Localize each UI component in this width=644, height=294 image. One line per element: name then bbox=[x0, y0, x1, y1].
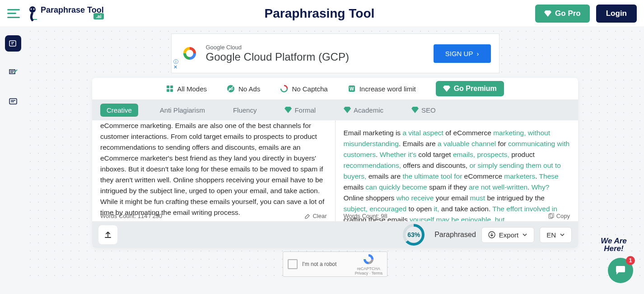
tab-formal[interactable]: Formal bbox=[278, 104, 322, 117]
output-pane: Email marketing is a vital aspect of eCo… bbox=[336, 120, 579, 221]
premium-features-row: All Modes ADNo Ads No Captcha WIncrease … bbox=[92, 78, 578, 100]
svg-rect-5 bbox=[167, 85, 169, 88]
download-icon bbox=[488, 231, 495, 238]
copy-icon bbox=[548, 213, 554, 219]
recaptcha-icon bbox=[362, 253, 375, 266]
captcha-checkbox[interactable] bbox=[288, 259, 298, 269]
hamburger-icon[interactable] bbox=[7, 9, 20, 18]
chevron-down-icon bbox=[522, 232, 527, 237]
paraphrase-percent: 63% bbox=[403, 224, 425, 246]
tab-seo[interactable]: SEO bbox=[405, 104, 442, 117]
feature-word-limit: WIncrease word limit bbox=[348, 85, 416, 93]
refresh-icon bbox=[280, 85, 288, 93]
tab-academic[interactable]: Academic bbox=[337, 104, 390, 117]
svg-point-0 bbox=[29, 6, 36, 13]
svg-rect-6 bbox=[170, 85, 173, 88]
feature-no-captcha: No Captcha bbox=[280, 85, 327, 93]
tab-fluency[interactable]: Fluency bbox=[227, 104, 263, 117]
svg-text:W: W bbox=[350, 86, 354, 91]
no-ads-icon: AD bbox=[227, 85, 235, 93]
tab-anti-plagiarism[interactable]: Anti Plagiarism bbox=[154, 104, 211, 117]
copy-button[interactable]: Copy bbox=[548, 213, 570, 219]
help-text: We Are Here! bbox=[594, 237, 633, 252]
output-text: Email marketing is a vital aspect of eCo… bbox=[344, 120, 570, 221]
svg-point-1 bbox=[31, 8, 32, 9]
svg-rect-3 bbox=[9, 41, 16, 46]
captcha-label: I'm not a robot bbox=[302, 261, 336, 267]
editor-panes: eCommerce marketing. Emails are also one… bbox=[92, 120, 578, 222]
google-cloud-icon bbox=[180, 43, 200, 63]
sidebar bbox=[0, 27, 26, 277]
upload-icon bbox=[103, 230, 112, 239]
chat-icon bbox=[614, 264, 627, 277]
input-pane[interactable]: eCommerce marketing. Emails are also one… bbox=[92, 120, 336, 221]
svg-rect-8 bbox=[170, 89, 173, 92]
page-title: Paraphrasing Tool bbox=[104, 6, 535, 21]
feature-no-ads: ADNo Ads bbox=[227, 85, 260, 93]
recaptcha[interactable]: I'm not a robot reCAPTCHA Privacy · Term… bbox=[283, 251, 387, 277]
ad-info-icon[interactable]: ⓘ bbox=[173, 59, 178, 64]
word-limit-icon: W bbox=[348, 85, 356, 93]
tab-creative[interactable]: Creative bbox=[100, 104, 138, 117]
chevron-down-icon bbox=[560, 232, 565, 237]
input-word-count: Words Count: 114 / 250 bbox=[100, 213, 162, 219]
main-content: Google Cloud Google Cloud Platform (GCP)… bbox=[26, 27, 644, 277]
mode-tabs: Creative Anti Plagiarism Fluency Formal … bbox=[92, 100, 578, 120]
svg-point-2 bbox=[33, 8, 35, 9]
clear-button[interactable]: Clear bbox=[304, 213, 327, 219]
paraphrased-label: Paraphrased bbox=[434, 231, 476, 239]
tool-card: All Modes ADNo Ads No Captcha WIncrease … bbox=[92, 78, 578, 248]
ad-close-icon[interactable]: ✕ bbox=[173, 65, 177, 70]
logo-text: Paraphrase Tool bbox=[41, 6, 104, 14]
ad-subtitle: Google Cloud bbox=[206, 44, 434, 51]
go-premium-button[interactable]: Go Premium bbox=[436, 81, 504, 96]
svg-rect-4 bbox=[9, 99, 17, 104]
upload-button[interactable] bbox=[98, 225, 117, 244]
sidebar-item-grammar[interactable] bbox=[5, 64, 21, 81]
ad-signup-button[interactable]: SIGN UP › bbox=[434, 44, 491, 63]
diamond-icon bbox=[411, 107, 419, 113]
output-word-count: Words Count: 98 bbox=[344, 213, 387, 219]
sidebar-item-paraphrase[interactable] bbox=[5, 35, 21, 52]
feature-all-modes: All Modes bbox=[166, 85, 207, 93]
diamond-icon bbox=[344, 107, 351, 113]
logo[interactable]: Paraphrase Tool .ai bbox=[26, 6, 104, 21]
svg-rect-7 bbox=[167, 89, 169, 92]
export-button[interactable]: Export bbox=[481, 227, 534, 243]
help-widget: We Are Here! 1 bbox=[608, 258, 633, 283]
login-button[interactable]: Login bbox=[596, 5, 637, 23]
header: Paraphrase Tool .ai Paraphrasing Tool Go… bbox=[0, 0, 644, 27]
notification-badge: 1 bbox=[626, 256, 635, 265]
grid-icon bbox=[166, 85, 173, 92]
language-button[interactable]: EN bbox=[540, 227, 572, 243]
ad-banner[interactable]: Google Cloud Google Cloud Platform (GCP)… bbox=[171, 33, 499, 73]
diamond-icon bbox=[443, 85, 450, 92]
header-buttons: Go Pro Login bbox=[535, 5, 637, 23]
input-text[interactable]: eCommerce marketing. Emails are also one… bbox=[100, 120, 327, 218]
chat-button[interactable]: 1 bbox=[608, 258, 633, 283]
sidebar-item-summarize[interactable] bbox=[5, 93, 21, 109]
diamond-icon bbox=[285, 107, 292, 113]
bottom-toolbar: 63% Paraphrased Export EN bbox=[92, 222, 578, 248]
eraser-icon bbox=[304, 213, 310, 219]
ad-title: Google Cloud Platform (GCP) bbox=[206, 51, 434, 63]
go-pro-button[interactable]: Go Pro bbox=[535, 5, 590, 23]
